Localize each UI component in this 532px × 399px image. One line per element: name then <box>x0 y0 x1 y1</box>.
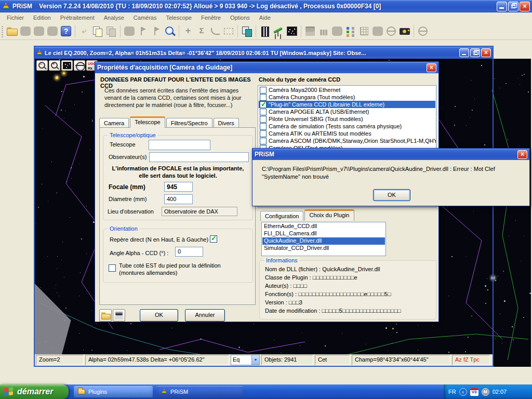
star <box>66 181 67 182</box>
camera-checkbox[interactable] <box>260 138 267 144</box>
tab-configuration[interactable]: Configuration <box>260 211 303 221</box>
angle-alpha-input[interactable]: 0 <box>175 247 203 257</box>
plugin-list-item[interactable]: EthernAude_CCD.dll <box>262 223 385 230</box>
camera-checkbox[interactable] <box>260 123 267 130</box>
grid-icon[interactable] <box>358 25 370 37</box>
menu-item-pretraitement[interactable]: Prétraitement <box>56 13 99 22</box>
telescope-icon[interactable] <box>272 25 285 37</box>
shape-icon[interactable] <box>123 25 136 37</box>
curve-icon[interactable] <box>209 25 221 37</box>
paste-icon[interactable] <box>105 25 117 37</box>
search-time-icon[interactable] <box>164 25 176 37</box>
minimize-button[interactable] <box>497 2 507 11</box>
v3-antivirus-icon[interactable]: V3 <box>470 388 478 396</box>
open-file-icon[interactable] <box>6 25 18 37</box>
camera-list-item[interactable]: Pilote Universel SBIG (Tout modèles) <box>259 115 435 123</box>
tab-divers[interactable]: Divers <box>214 118 239 128</box>
tab-camera[interactable]: Camera <box>99 118 129 128</box>
sum-icon[interactable] <box>195 25 208 37</box>
collapse-chevron-icon[interactable]: ‹ <box>459 388 467 396</box>
menu-item-fichier[interactable]: Fichier <box>2 13 29 22</box>
camera-icon[interactable] <box>398 25 411 37</box>
error-ok-button[interactable]: OK <box>373 189 410 201</box>
dialog-close-button[interactable]: × <box>427 63 436 72</box>
sky-restore-button[interactable] <box>470 48 480 57</box>
blink-compare-icon[interactable] <box>241 25 253 37</box>
taskbar-task-plugins[interactable]: Plugins <box>74 386 153 397</box>
globe-icon[interactable] <box>385 25 397 37</box>
save-image-icon[interactable] <box>304 25 316 37</box>
disabled-icon[interactable] <box>19 25 32 37</box>
direct-mark-checkbox[interactable] <box>210 235 217 243</box>
close-button[interactable]: × <box>520 2 530 11</box>
sky-map-icon[interactable] <box>61 60 73 71</box>
zoom-out-icon[interactable]: − <box>36 60 48 71</box>
start-button[interactable]: démarrer <box>0 384 69 399</box>
plugin-list-item[interactable]: QuickAudine_Driver.dll <box>262 237 385 245</box>
menu-item-telescope[interactable]: Telescope <box>161 13 196 22</box>
flag-icon[interactable] <box>137 25 149 37</box>
camera-list-item[interactable]: Caméra Chungara (Tout modèles) <box>259 94 435 101</box>
menu-item-options[interactable]: Options <box>225 13 255 22</box>
observers-input[interactable] <box>149 152 249 162</box>
flag-icon[interactable] <box>150 25 163 37</box>
dialog-titlebar[interactable]: Propriétés d'acquisition [Caméra de Guid… <box>95 62 438 73</box>
restore-button[interactable] <box>508 2 518 11</box>
disabled-icon[interactable] <box>33 25 45 37</box>
help-icon[interactable] <box>60 25 72 37</box>
sky-window-titlebar[interactable]: Le ciel EQ.2000, Zoom=2, Alpha= 01h51m31… <box>35 47 493 59</box>
taskbar-task-prism[interactable]: PRiSM <box>157 386 243 397</box>
camera-checkbox[interactable] <box>260 87 267 94</box>
list-sync-icon[interactable] <box>344 25 357 37</box>
menu-item-edition[interactable]: Edition <box>29 13 56 22</box>
load-settings-button[interactable] <box>99 309 112 322</box>
camera-checkbox[interactable] <box>260 101 267 108</box>
error-dialog-titlebar[interactable]: PRiSM × <box>252 149 529 160</box>
camera-list-item[interactable]: Caméra ASCOM (DBK/DMK,Starway,Orion Star… <box>259 137 435 144</box>
telescope-input[interactable] <box>149 140 210 150</box>
menu-item-analyse[interactable]: Analyse <box>99 13 129 22</box>
columns-icon[interactable] <box>259 25 271 37</box>
chevron-down-icon[interactable]: ▼ <box>251 355 259 365</box>
camera-list-item[interactable]: Caméra Maya2000 Ethernet <box>259 86 435 94</box>
tab-filtres-spectro[interactable]: Filtres/Spectro <box>166 118 212 128</box>
camera-list-item[interactable]: Caméra de simulation (Tests sans caméra … <box>259 123 435 130</box>
tab-telescope[interactable]: Telescope <box>130 116 165 128</box>
error-close-button[interactable]: × <box>517 150 527 159</box>
menu-item-aide[interactable]: Aide <box>255 13 275 22</box>
globe-icon[interactable] <box>74 60 85 71</box>
camera-checkbox[interactable] <box>260 109 267 115</box>
sky-close-button[interactable]: × <box>481 48 491 57</box>
plugin-list-item[interactable]: FLI_DLL_Camera.dll <box>262 230 385 237</box>
language-indicator[interactable]: FR <box>448 389 456 395</box>
plugin-list-item[interactable]: Simulator_CCD_Driver.dll <box>262 245 385 252</box>
tube-east-checkbox[interactable] <box>109 264 116 272</box>
sky-minimize-button[interactable] <box>459 48 469 57</box>
focal-input[interactable]: 945 <box>164 182 193 192</box>
histogram-icon[interactable] <box>317 25 330 37</box>
diameter-input[interactable]: 400 <box>164 194 193 204</box>
ok-button[interactable]: OK <box>140 309 178 322</box>
status-frame-select[interactable]: Eq▼ <box>231 355 260 365</box>
undo-icon[interactable] <box>78 25 90 37</box>
globe-icon[interactable] <box>417 25 429 37</box>
lasso-icon[interactable] <box>331 25 343 37</box>
camera-list-item[interactable]: Caméra ATIK ou ARTEMIS tout modèles <box>259 130 435 137</box>
camera-list-item[interactable]: Camera APOGEE ALTA (USB/Ethernet) <box>259 108 435 115</box>
cancel-button[interactable]: Annuler <box>185 309 225 322</box>
menu-item-cameras[interactable]: Caméras <box>129 13 162 22</box>
menu-item-fenetre[interactable]: Fenêtre <box>196 13 225 22</box>
camera-checkbox[interactable] <box>260 130 267 137</box>
copy-icon[interactable] <box>91 25 104 37</box>
info-icon[interactable] <box>46 25 59 37</box>
camera-list-item[interactable]: "Plug-in" Camera CCD (Librairie DLL exte… <box>259 101 435 108</box>
tab-choix-du-plugin[interactable]: Choix du Plugin <box>304 209 354 221</box>
square-icon[interactable] <box>371 25 384 37</box>
messenger-icon[interactable]: M <box>482 388 489 396</box>
camera-checkbox[interactable] <box>260 116 267 123</box>
zoom-in-icon[interactable]: + <box>49 60 60 71</box>
crosshair-icon[interactable] <box>182 25 194 37</box>
selection-icon[interactable] <box>222 25 235 37</box>
save-settings-button[interactable] <box>113 309 125 322</box>
sky-map-icon[interactable] <box>286 25 298 37</box>
